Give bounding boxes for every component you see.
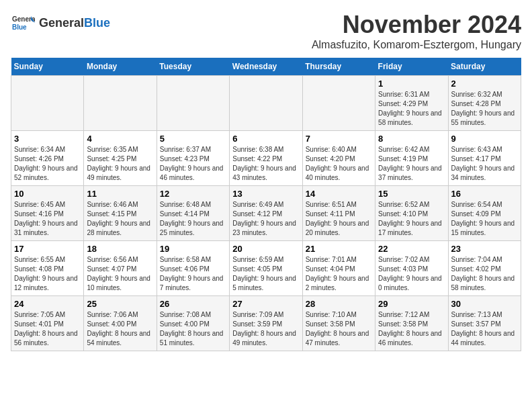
- day-number: 26: [160, 299, 226, 309]
- week-row-1: 1Sunrise: 6:31 AM Sunset: 4:29 PM Daylig…: [11, 76, 521, 131]
- day-cell: 20Sunrise: 6:59 AM Sunset: 4:05 PM Dayli…: [230, 241, 302, 296]
- day-number: 23: [451, 244, 518, 254]
- header-friday: Friday: [375, 58, 448, 76]
- day-cell: 6Sunrise: 6:38 AM Sunset: 4:22 PM Daylig…: [230, 131, 302, 186]
- day-cell: [84, 76, 157, 131]
- day-cell: 25Sunrise: 7:06 AM Sunset: 4:00 PM Dayli…: [84, 296, 157, 351]
- day-cell: 15Sunrise: 6:52 AM Sunset: 4:10 PM Dayli…: [375, 186, 448, 241]
- day-number: 20: [232, 244, 299, 254]
- day-cell: 19Sunrise: 6:58 AM Sunset: 4:06 PM Dayli…: [157, 241, 229, 296]
- day-cell: 17Sunrise: 6:55 AM Sunset: 4:08 PM Dayli…: [11, 241, 84, 296]
- day-cell: 21Sunrise: 7:01 AM Sunset: 4:04 PM Dayli…: [302, 241, 375, 296]
- day-number: 25: [87, 299, 153, 309]
- day-number: 19: [160, 244, 226, 254]
- header-saturday: Saturday: [448, 58, 521, 76]
- day-cell: 16Sunrise: 6:54 AM Sunset: 4:09 PM Dayli…: [448, 186, 521, 241]
- day-cell: 28Sunrise: 7:10 AM Sunset: 3:58 PM Dayli…: [302, 296, 375, 351]
- day-info: Sunrise: 6:43 AM Sunset: 4:17 PM Dayligh…: [451, 145, 518, 183]
- day-cell: 22Sunrise: 7:02 AM Sunset: 4:03 PM Dayli…: [375, 241, 448, 296]
- day-number: 28: [306, 299, 372, 309]
- day-number: 4: [87, 134, 153, 144]
- week-row-2: 3Sunrise: 6:34 AM Sunset: 4:26 PM Daylig…: [11, 131, 521, 186]
- day-number: 22: [378, 244, 445, 254]
- location-title: Almasfuzito, Komarom-Esztergom, Hungary: [312, 39, 521, 51]
- week-row-5: 24Sunrise: 7:05 AM Sunset: 4:01 PM Dayli…: [11, 296, 521, 351]
- week-row-3: 10Sunrise: 6:45 AM Sunset: 4:16 PM Dayli…: [11, 186, 521, 241]
- day-info: Sunrise: 7:10 AM Sunset: 3:58 PM Dayligh…: [306, 310, 372, 348]
- day-info: Sunrise: 6:35 AM Sunset: 4:25 PM Dayligh…: [87, 145, 153, 183]
- day-number: 12: [160, 189, 226, 199]
- day-cell: 26Sunrise: 7:08 AM Sunset: 4:00 PM Dayli…: [157, 296, 229, 351]
- day-info: Sunrise: 6:45 AM Sunset: 4:16 PM Dayligh…: [14, 200, 81, 238]
- week-row-4: 17Sunrise: 6:55 AM Sunset: 4:08 PM Dayli…: [11, 241, 521, 296]
- day-number: 30: [451, 299, 518, 309]
- day-cell: [157, 76, 229, 131]
- day-number: 1: [378, 79, 445, 89]
- day-cell: 24Sunrise: 7:05 AM Sunset: 4:01 PM Dayli…: [11, 296, 84, 351]
- day-cell: 3Sunrise: 6:34 AM Sunset: 4:26 PM Daylig…: [11, 131, 84, 186]
- day-number: 7: [306, 134, 372, 144]
- day-number: 11: [87, 189, 153, 199]
- logo-icon: General Blue: [11, 11, 35, 35]
- day-cell: 27Sunrise: 7:09 AM Sunset: 3:59 PM Dayli…: [230, 296, 302, 351]
- day-number: 6: [232, 134, 299, 144]
- day-cell: 7Sunrise: 6:40 AM Sunset: 4:20 PM Daylig…: [302, 131, 375, 186]
- day-info: Sunrise: 7:06 AM Sunset: 4:00 PM Dayligh…: [87, 310, 153, 348]
- day-info: Sunrise: 6:42 AM Sunset: 4:19 PM Dayligh…: [378, 145, 445, 183]
- day-cell: 13Sunrise: 6:49 AM Sunset: 4:12 PM Dayli…: [230, 186, 302, 241]
- day-info: Sunrise: 6:54 AM Sunset: 4:09 PM Dayligh…: [451, 200, 518, 238]
- day-number: 8: [378, 134, 445, 144]
- title-area: November 2024 Almasfuzito, Komarom-Eszte…: [312, 11, 521, 51]
- day-cell: 8Sunrise: 6:42 AM Sunset: 4:19 PM Daylig…: [375, 131, 448, 186]
- day-number: 16: [451, 189, 518, 199]
- day-cell: 9Sunrise: 6:43 AM Sunset: 4:17 PM Daylig…: [448, 131, 521, 186]
- logo: General Blue General Blue: [11, 11, 110, 35]
- day-cell: 18Sunrise: 6:56 AM Sunset: 4:07 PM Dayli…: [84, 241, 157, 296]
- day-info: Sunrise: 7:01 AM Sunset: 4:04 PM Dayligh…: [306, 255, 372, 293]
- day-info: Sunrise: 6:51 AM Sunset: 4:11 PM Dayligh…: [306, 200, 372, 238]
- day-number: 9: [451, 134, 518, 144]
- header-wednesday: Wednesday: [230, 58, 302, 76]
- header-monday: Monday: [84, 58, 157, 76]
- day-info: Sunrise: 7:05 AM Sunset: 4:01 PM Dayligh…: [14, 310, 81, 348]
- day-cell: [230, 76, 302, 131]
- day-number: 21: [306, 244, 372, 254]
- day-info: Sunrise: 6:48 AM Sunset: 4:14 PM Dayligh…: [160, 200, 226, 238]
- month-title: November 2024: [312, 11, 521, 39]
- day-cell: 2Sunrise: 6:32 AM Sunset: 4:28 PM Daylig…: [448, 76, 521, 131]
- day-number: 17: [14, 244, 81, 254]
- day-number: 10: [14, 189, 81, 199]
- day-cell: [11, 76, 84, 131]
- day-cell: 4Sunrise: 6:35 AM Sunset: 4:25 PM Daylig…: [84, 131, 157, 186]
- day-number: 13: [232, 189, 299, 199]
- day-number: 5: [160, 134, 226, 144]
- header-sunday: Sunday: [11, 58, 84, 76]
- calendar-table: SundayMondayTuesdayWednesdayThursdayFrid…: [11, 58, 521, 351]
- logo-blue: Blue: [84, 16, 110, 30]
- day-info: Sunrise: 6:59 AM Sunset: 4:05 PM Dayligh…: [232, 255, 299, 293]
- day-number: 15: [378, 189, 445, 199]
- svg-text:Blue: Blue: [12, 24, 27, 31]
- day-number: 2: [451, 79, 518, 89]
- day-cell: [302, 76, 375, 131]
- day-cell: 23Sunrise: 7:04 AM Sunset: 4:02 PM Dayli…: [448, 241, 521, 296]
- day-cell: 12Sunrise: 6:48 AM Sunset: 4:14 PM Dayli…: [157, 186, 229, 241]
- day-number: 3: [14, 134, 81, 144]
- day-info: Sunrise: 6:46 AM Sunset: 4:15 PM Dayligh…: [87, 200, 153, 238]
- day-info: Sunrise: 7:04 AM Sunset: 4:02 PM Dayligh…: [451, 255, 518, 293]
- day-number: 27: [232, 299, 299, 309]
- day-cell: 10Sunrise: 6:45 AM Sunset: 4:16 PM Dayli…: [11, 186, 84, 241]
- day-info: Sunrise: 6:31 AM Sunset: 4:29 PM Dayligh…: [378, 90, 445, 128]
- day-cell: 5Sunrise: 6:37 AM Sunset: 4:23 PM Daylig…: [157, 131, 229, 186]
- day-cell: 1Sunrise: 6:31 AM Sunset: 4:29 PM Daylig…: [375, 76, 448, 131]
- day-info: Sunrise: 6:55 AM Sunset: 4:08 PM Dayligh…: [14, 255, 81, 293]
- header-tuesday: Tuesday: [157, 58, 229, 76]
- day-info: Sunrise: 7:02 AM Sunset: 4:03 PM Dayligh…: [378, 255, 445, 293]
- day-info: Sunrise: 6:37 AM Sunset: 4:23 PM Dayligh…: [160, 145, 226, 183]
- day-info: Sunrise: 6:49 AM Sunset: 4:12 PM Dayligh…: [232, 200, 299, 238]
- header-row: SundayMondayTuesdayWednesdayThursdayFrid…: [11, 58, 521, 76]
- day-number: 14: [306, 189, 372, 199]
- page-header: General Blue General Blue November 2024 …: [11, 11, 521, 51]
- day-info: Sunrise: 6:38 AM Sunset: 4:22 PM Dayligh…: [232, 145, 299, 183]
- day-cell: 14Sunrise: 6:51 AM Sunset: 4:11 PM Dayli…: [302, 186, 375, 241]
